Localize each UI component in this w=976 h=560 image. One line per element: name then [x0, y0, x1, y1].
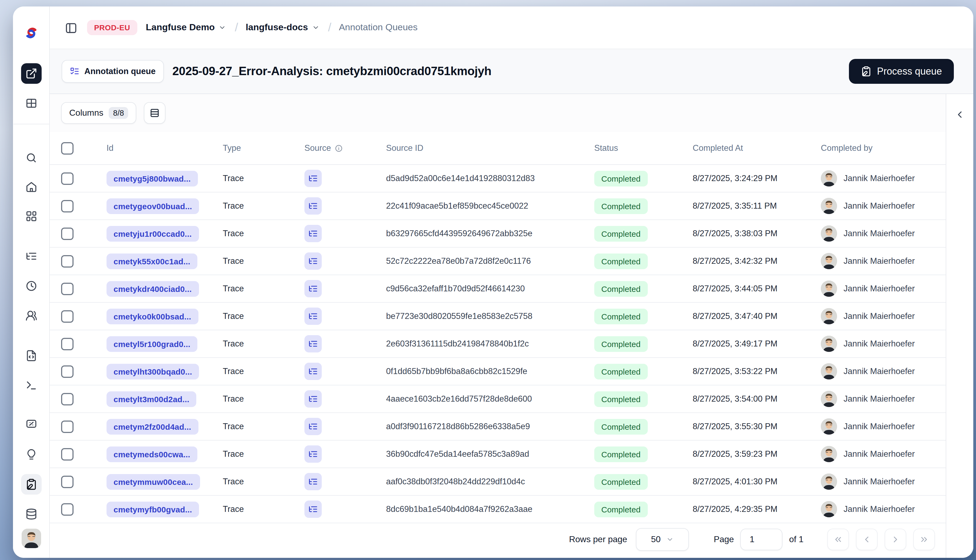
- completed-at: 8/27/2025, 3:59:23 PM: [691, 449, 818, 459]
- column-header-source-id[interactable]: Source ID: [377, 143, 585, 153]
- source-trace-button[interactable]: [304, 390, 322, 408]
- table-row[interactable]: cmetyg5j800bwad... Trace d5ad9d52a00c6e1…: [50, 165, 946, 192]
- table-row[interactable]: cmetymyfb00gvad... Trace 8dc69b1ba1e540b…: [50, 496, 946, 523]
- select-all-checkbox[interactable]: [61, 142, 73, 154]
- item-id-link[interactable]: cmetykdr400ciad0...: [107, 281, 199, 297]
- source-trace-button[interactable]: [304, 252, 322, 270]
- table-row[interactable]: cmetyko0k00bsad... Trace be7723e30d80205…: [50, 303, 946, 330]
- table-row[interactable]: cmetygeov00buad... Trace 22c41f09acae5b1…: [50, 192, 946, 220]
- row-checkbox[interactable]: [61, 393, 73, 405]
- source-trace-button[interactable]: [304, 170, 322, 187]
- sidebar-item-sessions[interactable]: [21, 276, 42, 296]
- source-trace-button[interactable]: [304, 473, 322, 490]
- source-trace-button[interactable]: [304, 363, 322, 380]
- item-id-link[interactable]: cmetyl5r100grad0...: [107, 336, 197, 352]
- source-trace-button[interactable]: [304, 280, 322, 297]
- table-row[interactable]: cmetylht300bqad0... Trace 0f1dd65b7bb9bf…: [50, 358, 946, 385]
- item-id-link[interactable]: cmetyju1r00ccad0...: [107, 226, 199, 242]
- column-header-id[interactable]: Id: [107, 143, 223, 153]
- sidebar-item-prompts[interactable]: [21, 345, 42, 366]
- chevron-down-icon[interactable]: [312, 24, 319, 32]
- next-page-button[interactable]: [884, 528, 906, 550]
- status-badge: Completed: [594, 253, 647, 269]
- item-type: Trace: [223, 504, 296, 514]
- source-trace-button[interactable]: [304, 197, 322, 215]
- annotation-queue-badge[interactable]: Annotation queue: [62, 60, 164, 83]
- table-row[interactable]: cmetyk55x00c1ad... Trace 52c72c2222ea78e…: [50, 248, 946, 275]
- table-row[interactable]: cmetymmuw00cea... Trace aaf0c38db0f3f204…: [50, 468, 946, 496]
- table-row[interactable]: cmetykdr400ciad0... Trace c9d56ca32efaff…: [50, 275, 946, 303]
- breadcrumb-project[interactable]: langfuse-docs: [246, 22, 308, 33]
- column-header-source[interactable]: Source: [296, 143, 377, 153]
- environment-badge[interactable]: PROD-EU: [87, 20, 137, 35]
- last-page-button[interactable]: [913, 528, 935, 550]
- sidebar-item-playground[interactable]: [21, 375, 42, 396]
- item-id-link[interactable]: cmetym2fz00d4ad...: [107, 418, 198, 434]
- row-checkbox[interactable]: [61, 448, 73, 460]
- row-checkbox[interactable]: [61, 172, 73, 185]
- langfuse-logo-icon[interactable]: [24, 26, 38, 40]
- row-checkbox[interactable]: [61, 338, 73, 350]
- page-number-input[interactable]: [741, 528, 783, 550]
- sidebar-toggle-button[interactable]: [65, 22, 77, 34]
- source-trace-button[interactable]: [304, 335, 322, 352]
- item-id-link[interactable]: cmetylht300bqad0...: [107, 363, 199, 379]
- source-trace-button[interactable]: [304, 418, 322, 435]
- row-checkbox[interactable]: [61, 475, 73, 488]
- item-id-link[interactable]: cmetygeov00buad...: [107, 198, 199, 214]
- row-checkbox[interactable]: [61, 503, 73, 515]
- row-checkbox[interactable]: [61, 282, 73, 295]
- chevron-down-icon[interactable]: [219, 24, 226, 32]
- process-queue-button[interactable]: Process queue: [849, 59, 954, 84]
- avatar-photo-icon: [821, 501, 837, 517]
- table-row[interactable]: cmetylt3m00d2ad... Trace 4aaece1603cb2e1…: [50, 385, 946, 413]
- column-header-status[interactable]: Status: [585, 143, 691, 153]
- collapse-panel-button[interactable]: [952, 107, 968, 122]
- table-row[interactable]: cmetym2fz00d4ad... Trace a0df3f901167218…: [50, 413, 946, 440]
- sidebar-item-traces[interactable]: [21, 246, 42, 267]
- item-id-link[interactable]: cmetymeds00cwa...: [107, 446, 197, 462]
- completed-at: 8/27/2025, 4:01:30 PM: [691, 477, 818, 487]
- first-page-button[interactable]: [827, 528, 849, 550]
- desktop-background: PROD-EU Langfuse Demo / langfuse-docs / …: [0, 0, 976, 560]
- sidebar-item-home[interactable]: [21, 177, 42, 197]
- table-row[interactable]: cmetyl5r100grad0... Trace 2e603f31361115…: [50, 330, 946, 358]
- source-trace-button[interactable]: [304, 225, 322, 242]
- row-checkbox[interactable]: [61, 365, 73, 378]
- column-header-completed-by[interactable]: Completed by: [818, 143, 946, 153]
- column-header-completed-at[interactable]: Completed At: [691, 143, 818, 153]
- item-id-link[interactable]: cmetymyfb00gvad...: [107, 502, 199, 517]
- sidebar-item-search[interactable]: [21, 148, 42, 168]
- info-icon[interactable]: [335, 144, 343, 152]
- row-height-button[interactable]: [144, 102, 166, 124]
- sidebar-item-insights[interactable]: [21, 444, 42, 465]
- column-header-type[interactable]: Type: [223, 143, 296, 153]
- source-trace-button[interactable]: [304, 445, 322, 463]
- user-avatar[interactable]: [22, 528, 41, 548]
- sidebar-item-annotation-queues[interactable]: [21, 474, 42, 495]
- sidebar-item-evaluators[interactable]: [21, 413, 42, 434]
- sidebar-item-dashboards[interactable]: [21, 206, 42, 227]
- row-checkbox[interactable]: [61, 200, 73, 212]
- sidebar-item-tables[interactable]: [21, 93, 42, 113]
- rows-per-page-select[interactable]: 50: [636, 528, 689, 551]
- sidebar-item-users[interactable]: [21, 305, 42, 326]
- breadcrumb-org[interactable]: Langfuse Demo: [146, 22, 215, 33]
- sidebar-item-open-external-link[interactable]: [21, 63, 42, 84]
- row-checkbox[interactable]: [61, 227, 73, 240]
- table-row[interactable]: cmetymeds00cwa... Trace 36b90cdfc47e5da1…: [50, 440, 946, 468]
- table-row[interactable]: cmetyju1r00ccad0... Trace b63297665cfd44…: [50, 220, 946, 248]
- item-id-link[interactable]: cmetylt3m00d2ad...: [107, 391, 196, 407]
- previous-page-button[interactable]: [856, 528, 878, 550]
- row-checkbox[interactable]: [61, 420, 73, 433]
- row-checkbox[interactable]: [61, 310, 73, 322]
- source-trace-button[interactable]: [304, 500, 322, 518]
- item-id-link[interactable]: cmetymmuw00cea...: [107, 474, 200, 490]
- columns-button[interactable]: Columns 8/8: [61, 102, 137, 124]
- item-id-link[interactable]: cmetyg5j800bwad...: [107, 170, 198, 186]
- item-id-link[interactable]: cmetyk55x00c1ad...: [107, 253, 197, 269]
- item-id-link[interactable]: cmetyko0k00bsad...: [107, 308, 198, 324]
- row-checkbox[interactable]: [61, 255, 73, 267]
- source-trace-button[interactable]: [304, 308, 322, 325]
- sidebar-item-datasets[interactable]: [21, 504, 42, 524]
